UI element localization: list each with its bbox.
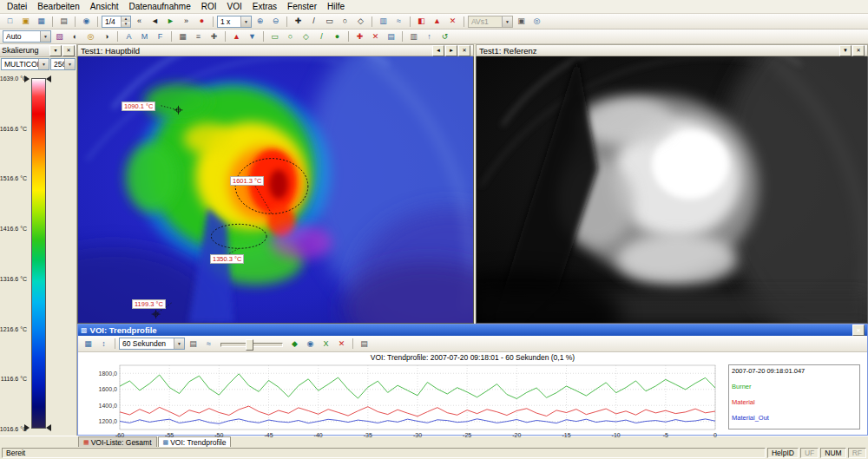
measure-point-icon[interactable]: ✚	[291, 15, 306, 28]
export-icon[interactable]: ↑	[422, 30, 437, 43]
scale-max-handle-icon[interactable]	[24, 75, 30, 82]
menu-voi[interactable]: VOI	[221, 1, 247, 12]
voi-line-icon[interactable]: /	[314, 30, 329, 43]
delete-roi-icon[interactable]: ✕	[445, 15, 460, 28]
zoom-in-icon[interactable]: ⊕	[253, 15, 267, 28]
menu-extras[interactable]: Extras	[247, 1, 282, 12]
close-button[interactable]: ✕	[852, 325, 865, 336]
prev-frame-icon[interactable]: ◄	[148, 15, 162, 28]
scale-max-handle-icon[interactable]	[46, 75, 51, 82]
info-icon[interactable]: ◎	[529, 15, 544, 28]
scale-min-handle-icon[interactable]	[24, 424, 30, 431]
zoom-level-select[interactable]: 1 x▼	[217, 16, 252, 28]
alarm-icon[interactable]: ▲	[430, 15, 444, 28]
menu-roi[interactable]: ROI	[196, 1, 222, 12]
interval-select[interactable]: 60 Sekunden▼	[119, 338, 185, 350]
close-button[interactable]: ✕	[458, 45, 470, 56]
measure-line-icon[interactable]: /	[306, 15, 321, 28]
voi-point-icon[interactable]: ●	[330, 30, 345, 43]
color-scale-bar[interactable]	[31, 78, 46, 429]
print-icon[interactable]: ▤	[56, 15, 71, 28]
auto-scale-icon[interactable]: A	[122, 30, 136, 43]
snapshot-icon[interactable]: ◉	[79, 15, 94, 28]
roi-ellipse-icon[interactable]: ○	[338, 15, 352, 28]
thermal-image[interactable]: 1090.1 °C1601.3 °C1350.3 °C1199.3 °C	[77, 56, 474, 324]
menu-ansicht[interactable]: Ansicht	[85, 1, 124, 12]
menu-hilfe[interactable]: Hilfe	[322, 1, 350, 12]
dropdown-arrow-icon[interactable]: ▼	[240, 16, 251, 27]
export-excel-icon[interactable]: X	[319, 338, 333, 351]
time-slider-thumb[interactable]	[246, 339, 253, 351]
scale-min-handle-icon[interactable]	[46, 424, 51, 431]
dropdown-arrow-icon[interactable]: ▼	[502, 16, 512, 27]
dropdown-arrow-icon[interactable]: ▼	[64, 59, 75, 69]
menu-datei[interactable]: Datei	[2, 1, 32, 12]
measurement-label[interactable]: 1350.3 °C	[210, 254, 244, 264]
copy-trend-icon[interactable]: ▤	[186, 338, 201, 351]
roi-rectangle-icon[interactable]: ▭	[322, 15, 337, 28]
scroll-right-button[interactable]: ►	[445, 45, 457, 56]
avs-settings-icon[interactable]: ▣	[514, 15, 529, 28]
zoom-out-icon[interactable]: ⊖	[268, 15, 283, 28]
full-scale-icon[interactable]: F	[153, 30, 168, 43]
next-frame-icon[interactable]: »	[179, 15, 194, 28]
voi-ellipse-icon[interactable]: ○	[283, 30, 298, 43]
scaling-mode-select[interactable]: Auto▼	[3, 30, 51, 43]
menu-datenaufnahme[interactable]: Datenaufnahme	[124, 1, 196, 12]
reference-image[interactable]	[476, 56, 868, 324]
dropdown-arrow-icon[interactable]: ▼	[40, 31, 50, 42]
chart-settings-icon[interactable]: ≈	[201, 338, 216, 351]
menu-bearbeiten[interactable]: Bearbeiten	[32, 1, 84, 12]
range-up-icon[interactable]: ▲	[229, 30, 244, 43]
voi-polygon-icon[interactable]: ◇	[299, 30, 313, 43]
open-file-icon[interactable]: ▣	[18, 15, 33, 28]
print-trend-icon[interactable]: ▤	[357, 338, 372, 351]
menu-fenster[interactable]: Fenster	[282, 1, 322, 12]
palette-icon[interactable]: ▨	[52, 30, 67, 43]
crosshair-icon[interactable]: ✚	[207, 30, 221, 43]
sort-order-icon[interactable]: ↕	[96, 338, 111, 351]
report-icon[interactable]: ▥	[406, 30, 421, 43]
dropdown-arrow-icon[interactable]: ▼	[38, 59, 49, 69]
grid-icon[interactable]: ▦	[175, 30, 190, 43]
time-slider[interactable]	[220, 338, 283, 350]
record-icon[interactable]: ●	[194, 15, 209, 28]
manual-scale-icon[interactable]: M	[137, 30, 152, 43]
profile-icon[interactable]: ≈	[391, 15, 406, 28]
play-icon[interactable]: ►	[163, 15, 178, 28]
panel-menu-button[interactable]: ▾	[49, 45, 62, 56]
ruler-icon[interactable]: ≡	[191, 30, 206, 43]
measurement-label[interactable]: 1090.1 °C	[122, 102, 155, 111]
voi-rectangle-icon[interactable]: ▭	[267, 30, 282, 43]
marker-icon[interactable]: ◆	[287, 338, 302, 351]
scroll-left-button[interactable]: ◄	[432, 45, 444, 56]
refresh-icon[interactable]: ↺	[437, 30, 452, 43]
range-down-icon[interactable]: ▼	[245, 30, 260, 43]
palette-select[interactable]: MULTICOLOR ▼	[1, 58, 49, 70]
menu-button[interactable]: ▼	[839, 45, 852, 56]
voi-list-icon[interactable]: ▤	[384, 30, 398, 43]
visibility-icon[interactable]: ◉	[303, 338, 318, 351]
levels-select[interactable]: 256 ▼	[50, 58, 76, 70]
avs-select[interactable]: AVs1▼	[468, 16, 513, 28]
save-file-icon[interactable]: ▦	[34, 15, 49, 28]
isotherm-icon[interactable]: ◧	[414, 15, 429, 28]
frame-counter[interactable]: 1/4▲▼	[102, 16, 131, 28]
first-frame-icon[interactable]: «	[132, 15, 147, 28]
new-file-icon[interactable]: □	[3, 15, 17, 28]
spin-down-icon[interactable]: ▼	[122, 22, 130, 27]
brightness-icon[interactable]: ◎	[83, 30, 98, 43]
contrast-icon[interactable]: ◑	[99, 30, 114, 43]
roi-polygon-icon[interactable]: ◇	[353, 15, 368, 28]
voi-add-icon[interactable]: ✚	[352, 30, 367, 43]
measurement-label[interactable]: 1601.3 °C	[230, 176, 264, 186]
close-button[interactable]: ✕	[62, 45, 75, 56]
invert-palette-icon[interactable]: ◐	[68, 30, 82, 43]
clear-trend-icon[interactable]: ✕	[334, 338, 349, 351]
voi-delete-icon[interactable]: ✕	[368, 30, 383, 43]
close-button[interactable]: ✕	[852, 45, 865, 56]
dropdown-arrow-icon[interactable]: ▼	[174, 338, 184, 349]
table-view-icon[interactable]: ▦	[81, 338, 95, 351]
measurement-label[interactable]: 1199.3 °C	[132, 299, 166, 309]
histogram-icon[interactable]: ▥	[376, 15, 391, 28]
